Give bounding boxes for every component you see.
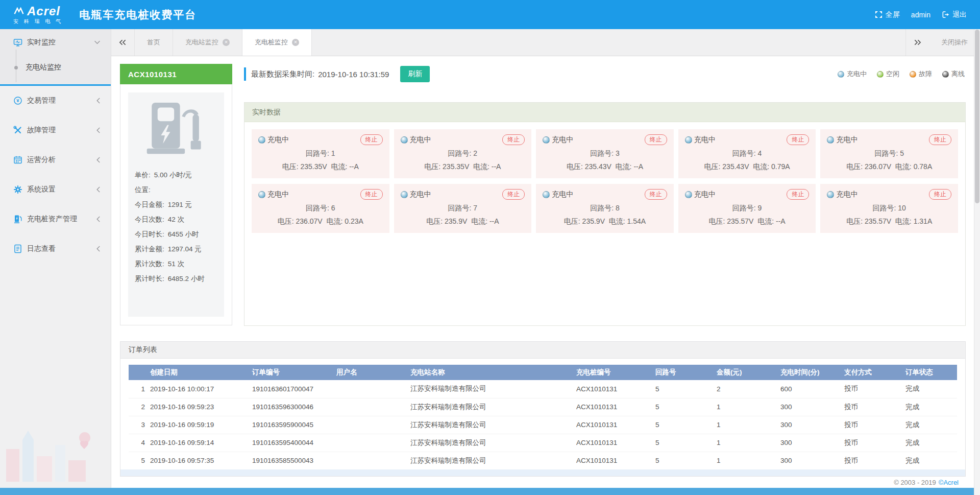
- table-row[interactable]: 12019-10-16 10:00:171910163601700047江苏安科…: [129, 380, 957, 398]
- refresh-button[interactable]: 刷新: [400, 66, 430, 82]
- circuit-card: 充电中终止回路号: 4电压: 235.43V 电流: 0.79A: [678, 129, 816, 178]
- table-cell: 5: [651, 398, 713, 416]
- realtime-data-title: 实时数据: [244, 103, 965, 122]
- charging-station-icon: [144, 102, 208, 156]
- table-cell: 完成: [901, 434, 957, 452]
- table-cell: ACX1010131: [572, 434, 651, 452]
- orders-table-header-row: 创建日期订单编号用户名充电站名称充电桩编号回路号金额(元)充电时间(分)支付方式…: [129, 365, 957, 380]
- orders-title: 订单列表: [120, 342, 965, 359]
- table-cell: ACX1010131: [572, 452, 651, 469]
- circuit-reading: 电压: 235.9V 电流: --A: [401, 217, 525, 226]
- close-icon[interactable]: ×: [223, 39, 230, 46]
- terminate-button[interactable]: 终止: [502, 189, 525, 200]
- table-cell: 2019-10-16 09:57:35: [146, 452, 248, 469]
- table-row[interactable]: 32019-10-16 09:59:191910163595900045江苏安科…: [129, 416, 957, 434]
- terminate-button[interactable]: 终止: [929, 134, 951, 145]
- station-stat: 累计次数:51 次: [135, 256, 217, 271]
- orders-panel: 订单列表 创建日期订单编号用户名充电站名称充电桩编号回路号金额(元)充电时间(分…: [120, 341, 966, 477]
- orders-table: 创建日期订单编号用户名充电站名称充电桩编号回路号金额(元)充电时间(分)支付方式…: [129, 365, 957, 469]
- transaction-icon: ¥: [13, 96, 22, 105]
- circuit-number: 回路号: 4: [685, 149, 810, 158]
- page-title: 电瓶车充电桩收费平台: [79, 8, 197, 22]
- tabs-scroll-right-button[interactable]: [905, 29, 929, 56]
- sidebar-item-transaction[interactable]: ¥交易管理: [0, 86, 111, 115]
- terminate-button[interactable]: 终止: [645, 134, 667, 145]
- tabs-scroll-left-button[interactable]: [111, 29, 135, 56]
- station-stat: 今日金额:1291 元: [135, 197, 217, 212]
- table-cell: 300: [776, 416, 840, 434]
- sidebar-item-log[interactable]: 日志查看: [0, 234, 111, 264]
- terminate-button[interactable]: 终止: [360, 134, 383, 145]
- sidebar: 实时监控充电站监控¥交易管理故障管理运营分析系统设置充电桩资产管理日志查看: [0, 29, 111, 488]
- pagination-strip[interactable]: [120, 469, 965, 476]
- sidebar-item-monitor[interactable]: 实时监控: [0, 29, 111, 56]
- close-operations-button[interactable]: 关闭操作: [929, 29, 980, 56]
- chevron-left-icon: [96, 246, 101, 252]
- sidebar-subitem-label: 充电站监控: [26, 63, 61, 72]
- legend-label: 充电中: [847, 69, 867, 79]
- sidebar-item-fault[interactable]: 故障管理: [0, 115, 111, 145]
- svg-text:¥: ¥: [16, 98, 19, 103]
- sidebar-item-settings[interactable]: 系统设置: [0, 175, 111, 204]
- chevron-left-icon: [96, 216, 101, 223]
- station-card: 单价:5.00 小时/元位置:今日金额:1291 元今日次数:42 次今日时长:…: [128, 92, 224, 317]
- sidebar-item-analysis[interactable]: 运营分析: [0, 145, 111, 175]
- close-icon[interactable]: ×: [292, 39, 299, 46]
- sidebar-group: 系统设置: [0, 175, 111, 204]
- fullscreen-button[interactable]: 全屏: [875, 10, 900, 19]
- circuit-number: 回路号: 9: [685, 204, 810, 213]
- orders-table-body: 12019-10-16 10:00:171910163601700047江苏安科…: [129, 380, 957, 469]
- table-cell: 完成: [901, 398, 957, 416]
- sidebar-subitem-station-monitor[interactable]: 充电站监控: [0, 56, 111, 79]
- tab-home[interactable]: 首页: [135, 29, 173, 56]
- table-cell: ACX1010131: [572, 398, 651, 416]
- brand-subtitle: 安 科 瑞 电 气: [13, 19, 63, 24]
- table-cell: 1: [713, 452, 776, 469]
- status-charging-dot: [401, 136, 408, 144]
- station-stats: 单价:5.00 小时/元位置:今日金额:1291 元今日次数:42 次今日时长:…: [135, 168, 217, 286]
- circuit-number: 回路号: 6: [258, 204, 383, 213]
- circuit-number: 回路号: 7: [401, 204, 525, 213]
- status-charging-dot: [685, 191, 692, 198]
- circuit-number: 回路号: 3: [543, 149, 667, 158]
- table-row[interactable]: 22019-10-16 09:59:231910163596300046江苏安科…: [129, 398, 957, 416]
- sidebar-item-label: 故障管理: [27, 126, 56, 135]
- collect-time-label: 最新数据采集时间:: [251, 69, 314, 79]
- terminate-button[interactable]: 终止: [787, 189, 809, 200]
- column-header: 用户名: [332, 365, 406, 380]
- footer-brand-link[interactable]: ©Acrel: [939, 479, 959, 486]
- decorative-skyline: [2, 413, 104, 485]
- timeline-dot: [14, 66, 18, 69]
- tab-station-monitor[interactable]: 充电站监控×: [173, 29, 242, 56]
- terminate-button[interactable]: 终止: [645, 189, 667, 200]
- asset-icon: [13, 215, 22, 224]
- table-cell: 完成: [901, 416, 957, 434]
- table-row[interactable]: 42019-10-16 09:59:141910163595400044江苏安科…: [129, 434, 957, 452]
- monitor-area: 最新数据采集时间: 2019-10-16 10:31:59 刷新 充电中空闲故障…: [244, 64, 966, 326]
- scrollbar-thumb[interactable]: [975, 30, 979, 203]
- circuit-reading: 电压: 235.43V 电流: --A: [543, 162, 667, 172]
- sidebar-item-asset[interactable]: 充电桩资产管理: [0, 204, 111, 234]
- user-menu[interactable]: admin: [911, 11, 930, 19]
- logout-button[interactable]: 退出: [942, 10, 967, 19]
- legend-dot: [942, 71, 949, 78]
- accent-bar: [244, 67, 246, 81]
- terminate-button[interactable]: 终止: [502, 134, 525, 145]
- circuit-reading: 电压: 236.07V 电流: 0.23A: [258, 217, 383, 226]
- monitor-icon: [13, 38, 22, 47]
- circuit-number: 回路号: 10: [827, 204, 951, 213]
- tab-pile-monitor[interactable]: 充电桩监控×: [242, 29, 312, 56]
- status-charging-dot: [258, 136, 265, 144]
- terminate-button[interactable]: 终止: [360, 189, 383, 200]
- terminate-button[interactable]: 终止: [787, 134, 809, 145]
- table-row[interactable]: 52019-10-16 09:57:351910163585500043江苏安科…: [129, 452, 957, 469]
- legend-dot: [877, 71, 884, 78]
- footer: © 2003 - 2019 ©Acrel: [120, 477, 966, 488]
- card-status-label: 充电中: [694, 190, 716, 199]
- vertical-scrollbar[interactable]: [974, 29, 980, 495]
- terminate-button[interactable]: 终止: [929, 189, 951, 200]
- circuit-number: 回路号: 1: [258, 149, 383, 158]
- column-header: 充电桩编号: [572, 365, 651, 380]
- circuit-card: 充电中终止回路号: 5电压: 236.07V 电流: 0.78A: [820, 129, 958, 178]
- circuit-card: 充电中终止回路号: 10电压: 235.57V 电流: 1.31A: [820, 184, 958, 233]
